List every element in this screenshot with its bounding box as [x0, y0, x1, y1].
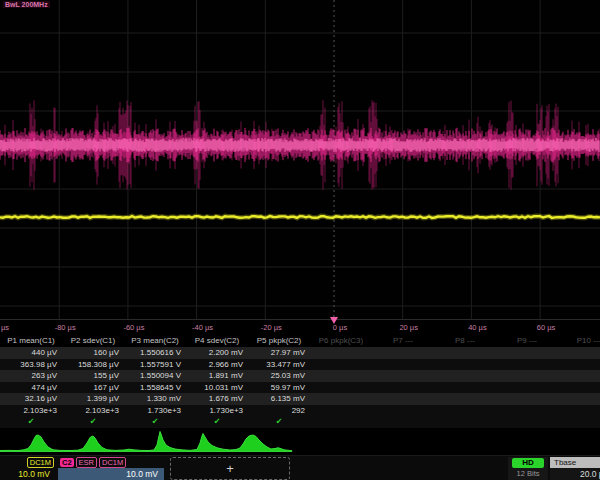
measure-cell: 2.103e+3 — [62, 405, 124, 417]
measure-status-cell: ✔ — [62, 416, 124, 428]
measure-header-9[interactable]: P9 --- — [496, 334, 558, 347]
time-axis-label: -100 µs — [0, 323, 9, 332]
measure-cell: 1.676 mV — [186, 393, 248, 405]
measure-cell: 440 µV — [0, 347, 62, 359]
time-axis-label: -80 µs — [55, 323, 76, 332]
c2-esr-badge: ESR — [76, 457, 97, 468]
measure-cell — [496, 405, 558, 417]
measure-cell: 474 µV — [0, 382, 62, 394]
measure-cell: 1.558645 V — [124, 382, 186, 394]
measure-cell: 32.16 µV — [0, 393, 62, 405]
measure-cell — [558, 370, 600, 382]
measure-cell — [434, 359, 496, 371]
c1-badge-row: DC1M — [0, 457, 56, 468]
measure-status-cell — [434, 416, 496, 428]
measure-cell — [558, 382, 600, 394]
measure-cell: 167 µV — [62, 382, 124, 394]
measure-cell — [434, 370, 496, 382]
acquisition-status-tile[interactable]: HD 12 Bits — [508, 457, 548, 480]
measure-cell — [434, 347, 496, 359]
measure-cell — [310, 370, 372, 382]
measure-cell: 1.330 mV — [124, 393, 186, 405]
time-axis-label: 20 µs — [399, 323, 418, 332]
histogram-strip[interactable] — [0, 428, 600, 455]
measure-cell — [372, 359, 434, 371]
measure-header-2[interactable]: P2 sdev(C1) — [62, 334, 124, 347]
time-axis-label: -40 µs — [192, 323, 213, 332]
measure-cell: 1.399 µV — [62, 393, 124, 405]
measure-cell: 25.03 mV — [248, 370, 310, 382]
time-axis-label: -20 µs — [261, 323, 282, 332]
measure-cell: 33.477 mV — [248, 359, 310, 371]
measure-status-cell — [372, 416, 434, 428]
measure-header-10[interactable]: P10 --- — [558, 334, 600, 347]
channel-c2-descriptor[interactable]: C2 ESR DC1M 10.0 mV — [58, 457, 164, 480]
measure-cell — [558, 347, 600, 359]
measure-header-1[interactable]: P1 mean(C1) — [0, 334, 62, 347]
measure-cell — [310, 382, 372, 394]
measure-cell: 158.308 µV — [62, 359, 124, 371]
add-trace-button[interactable]: + — [170, 457, 290, 480]
measure-cell: 27.97 mV — [248, 347, 310, 359]
measure-cell — [310, 359, 372, 371]
timebase-title: Tbase — [550, 457, 600, 468]
c2-scale-value: 10.0 mV — [58, 468, 164, 480]
measure-cell — [310, 393, 372, 405]
measure-status-cell — [310, 416, 372, 428]
c2-label-badge: C2 — [60, 458, 74, 467]
measure-cell — [434, 382, 496, 394]
measure-cell — [372, 405, 434, 417]
measurement-table: P1 mean(C1)P2 sdev(C1)P3 mean(C2)P4 sdev… — [0, 334, 600, 428]
measure-cell — [372, 393, 434, 405]
measure-cell — [558, 359, 600, 371]
measure-cell — [434, 393, 496, 405]
timebase-descriptor[interactable]: Tbase 20.0 µs — [550, 457, 600, 480]
measure-cell: 1.550616 V — [124, 347, 186, 359]
measure-cell: 2.966 mV — [186, 359, 248, 371]
measure-cell — [558, 405, 600, 417]
bandwidth-annotation: BwL 200MHz — [3, 1, 50, 8]
measure-status-cell: ✔ — [248, 416, 310, 428]
measure-cell — [558, 393, 600, 405]
measure-cell: 155 µV — [62, 370, 124, 382]
channel-c1-descriptor[interactable]: DC1M 10.0 mV — [0, 457, 56, 480]
measure-header-7[interactable]: P7 --- — [372, 334, 434, 347]
measure-cell — [372, 382, 434, 394]
measure-cell — [434, 405, 496, 417]
measure-status-cell: ✔ — [124, 416, 186, 428]
measure-cell: 59.97 mV — [248, 382, 310, 394]
measure-header-5[interactable]: P5 pkpk(C2) — [248, 334, 310, 347]
measure-cell: 292 — [248, 405, 310, 417]
c2-coupling-badge: DC1M — [99, 457, 126, 468]
time-axis-label: 60 µs — [537, 323, 556, 332]
waveform-display[interactable]: BwL 200MHz — [0, 0, 600, 320]
measure-cell — [496, 359, 558, 371]
measure-cell — [496, 382, 558, 394]
measure-header-8[interactable]: P8 --- — [434, 334, 496, 347]
measure-cell: 1.550094 V — [124, 370, 186, 382]
measure-cell: 1.891 mV — [186, 370, 248, 382]
hd-mode-badge: HD — [512, 458, 544, 468]
measure-status-cell — [496, 416, 558, 428]
timebase-value: 20.0 µs — [550, 468, 600, 480]
time-axis-label: 40 µs — [468, 323, 487, 332]
measure-cell — [496, 347, 558, 359]
measure-cell — [496, 393, 558, 405]
oscilloscope-screen: BwL 200MHz -100 µs-80 µs-60 µs-40 µs-20 … — [0, 0, 600, 480]
measure-cell — [310, 405, 372, 417]
measure-cell: 10.031 mV — [186, 382, 248, 394]
measure-header-4[interactable]: P4 sdev(C2) — [186, 334, 248, 347]
measurement-histogram — [0, 428, 600, 455]
measure-cell — [372, 370, 434, 382]
measure-header-6[interactable]: P6 pkpk(C3) — [310, 334, 372, 347]
measure-cell: 6.135 mV — [248, 393, 310, 405]
measure-cell — [496, 370, 558, 382]
measure-cell: 2.200 mV — [186, 347, 248, 359]
measure-cell: 263 µV — [0, 370, 62, 382]
measure-cell: 1.557591 V — [124, 359, 186, 371]
measure-header-3[interactable]: P3 mean(C2) — [124, 334, 186, 347]
measure-cell — [372, 347, 434, 359]
measure-status-cell: ✔ — [0, 416, 62, 428]
time-axis-label: -60 µs — [123, 323, 144, 332]
time-axis: -100 µs-80 µs-60 µs-40 µs-20 µs0 µs20 µs… — [0, 320, 600, 334]
